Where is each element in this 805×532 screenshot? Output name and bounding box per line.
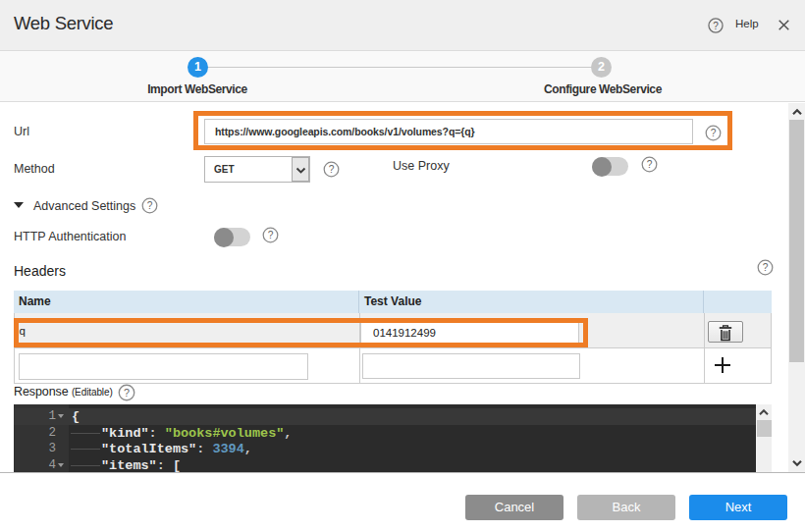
svg-text:?: ? (147, 200, 153, 211)
svg-text:?: ? (268, 230, 274, 240)
svg-text:?: ? (124, 387, 130, 399)
svg-text:?: ? (763, 262, 769, 273)
svg-text:?: ? (647, 159, 653, 170)
svg-text:?: ? (711, 128, 717, 138)
svg-text:?: ? (329, 164, 335, 175)
svg-text:?: ? (713, 21, 719, 31)
